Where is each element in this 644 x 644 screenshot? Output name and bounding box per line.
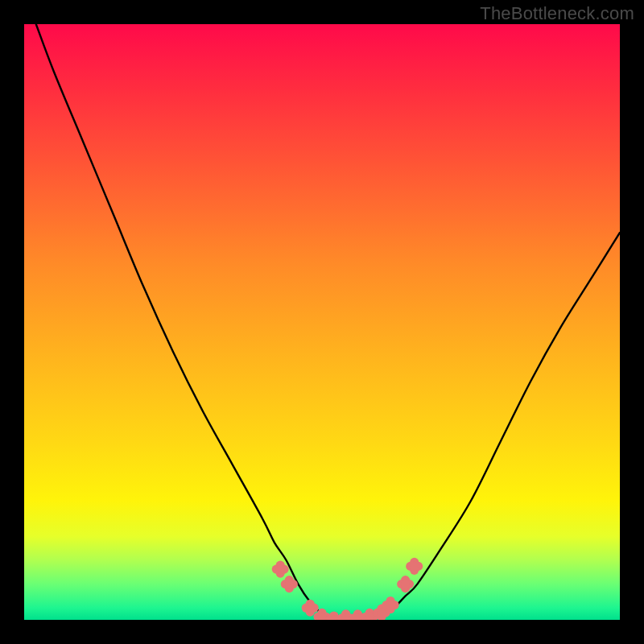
- svg-point-49: [386, 601, 395, 609]
- svg-point-54: [401, 580, 410, 588]
- svg-point-9: [285, 580, 294, 588]
- attribution-text: TheBottleneck.com: [480, 3, 634, 24]
- svg-point-4: [276, 565, 285, 574]
- plot-area: [24, 24, 620, 620]
- svg-point-59: [410, 562, 419, 571]
- valley-markers: [24, 24, 620, 620]
- svg-point-14: [306, 604, 315, 613]
- chart-frame: TheBottleneck.com: [0, 0, 644, 644]
- svg-point-44: [377, 609, 386, 617]
